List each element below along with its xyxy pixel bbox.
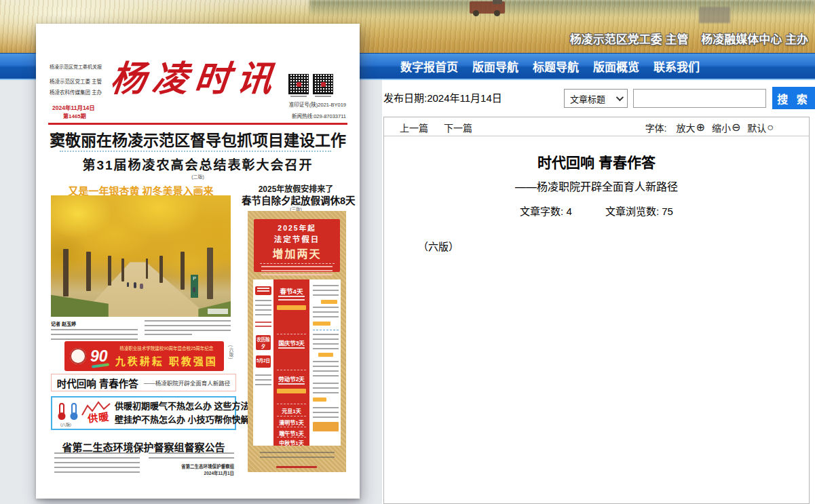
holiday-item: 元旦1天 (273, 407, 309, 414)
text-lines (261, 266, 333, 277)
infographic-head-1: 2025年起 (254, 222, 340, 233)
strip-separator (277, 370, 306, 370)
heating-tag: 供暖 (87, 408, 110, 425)
pedestrian (193, 287, 195, 292)
harvester-silhouette (470, 1, 505, 14)
highlight-chip (321, 300, 337, 304)
article-title: 时代回响 青春作答 (384, 151, 809, 172)
pedestrian (140, 284, 143, 289)
font-zoom-in-button[interactable]: 放大 ⊕ (677, 121, 705, 134)
notice-sign-org: 省第二生态环境保护督察组 (149, 463, 234, 470)
font-zoom-out-button[interactable]: 缩小 ⊖ (712, 121, 740, 134)
caption-column-2 (145, 320, 231, 343)
holiday-item: 中秋节1天 (273, 439, 309, 446)
nav-item-page-overview[interactable]: 版面概览 (593, 58, 639, 75)
text-lines (51, 329, 138, 343)
holiday-item: 春节4天 (273, 286, 309, 296)
college-seal-icon (70, 348, 86, 364)
caption-column-1: 记者 赵玉婷 (51, 320, 138, 343)
thermometer-hot-icon (59, 403, 64, 415)
organizer-credit: 杨凌融媒体中心 主办 (701, 33, 808, 46)
new-year-eve-badge: 农历除夕 (256, 335, 271, 350)
font-zoom-out-label: 缩小 (712, 121, 731, 134)
parking-sign: P (191, 275, 198, 298)
infographic-calendar-panel: 农历除夕 5月2日 春节4天 国庆节3天 劳动节2天 元旦1天 (253, 279, 341, 446)
lead-headline: 窦敬丽在杨凌示范区督导包抓项目建设工作 (48, 128, 347, 151)
feature-title: 时代回响 青春作答 (57, 376, 138, 390)
tree-trunk (86, 252, 91, 291)
next-article-link[interactable]: 下一篇 (444, 121, 472, 134)
text-lines (260, 452, 335, 461)
article-stats: 文章字数: 4 文章浏览数: 75 (384, 203, 809, 218)
search-button[interactable]: 搜 索 (772, 87, 815, 109)
text-lines (255, 322, 271, 330)
font-reset-label: 默认 (747, 121, 766, 134)
text-lines (278, 347, 305, 351)
qr-caption-lines (290, 96, 307, 98)
masthead-divider-rule (48, 123, 347, 125)
pedestrian (134, 282, 136, 288)
nav-item-home[interactable]: 数字报首页 (400, 58, 458, 75)
infographic-header-box: 2025年起 法定节假日 增加两天 (254, 219, 340, 272)
text-lines (313, 307, 339, 320)
farm-building-silhouette (699, 7, 730, 23)
font-size-controls: 字体: 放大 ⊕ 缩小 ⊖ 默认 ○ (645, 121, 774, 134)
caption-reporter-lead: 记者 赵玉婷 (51, 322, 76, 326)
dotted-separator (60, 151, 331, 152)
strip-separator (277, 404, 306, 404)
mini-red-chip (255, 286, 271, 295)
strip-separator (277, 437, 306, 438)
anniversary-text: 杨凌职业技术学院建校90周年暨合校25周年纪念 九秩耕耘 职教强国 (115, 345, 219, 368)
holiday-list-strip: 春节4天 国庆节3天 劳动节2天 元旦1天 清明节1天 端午节1天 (273, 279, 309, 446)
text-lines (255, 374, 271, 388)
text-lines (145, 320, 231, 334)
holiday-news-subtitle: 春节自除夕起放假调休8天 (242, 193, 350, 207)
tree-trunk (108, 256, 111, 286)
tree-trunk (181, 252, 185, 290)
paper-date: 2024年11月14日 (52, 103, 95, 111)
font-label: 字体: (645, 121, 667, 134)
inspection-notice-body: 省第二生态环境保护督察组 2024年11月1日 (54, 452, 234, 478)
notice-sign-date: 2024年11月1日 (149, 470, 234, 477)
nav-item-page-nav[interactable]: 版面导航 (472, 58, 518, 75)
blue-dashed-divider (313, 330, 339, 330)
holiday-item: 国庆节3天 (273, 338, 309, 347)
heating-graphic: 供暖 (八版) (52, 398, 115, 429)
text-lines (313, 383, 339, 396)
word-count-label: 文章字数: (520, 206, 563, 217)
strip-separator (277, 416, 306, 416)
article-subtitle: ——杨凌职院开辟全面育人新路径 (384, 178, 809, 194)
font-reset-button[interactable]: 默认 ○ (747, 121, 774, 134)
tree-trunk (159, 256, 163, 283)
infographic-head-3: 增加两天 (254, 245, 340, 261)
banner-credit-text: 杨凌示范区党工委 主管 杨凌融媒体中心 主办 (561, 30, 808, 47)
word-count-value: 4 (566, 206, 571, 217)
tree-trunk (146, 258, 148, 279)
highlight-chip (277, 389, 306, 393)
anniversary-page-ref: (六版) (227, 345, 234, 360)
search-input[interactable] (633, 89, 766, 108)
prev-article-link[interactable]: 上一篇 (400, 121, 428, 134)
text-lines (313, 407, 339, 419)
search-category-value: 文章标题 (570, 92, 605, 105)
chevron-down-icon (616, 94, 624, 101)
newspaper-front-page-preview[interactable]: 杨凌示范区党工委机关报 杨凌示范区党工委 主管 杨凌农科传媒集团 主办 2024… (36, 24, 360, 499)
text-lines (255, 300, 271, 317)
font-zoom-in-label: 放大 (677, 121, 696, 134)
article-page-note: （六版） (418, 239, 809, 253)
nav-item-headline-nav[interactable]: 标题导航 (533, 58, 579, 75)
highlight-chip (313, 322, 330, 326)
second-headline: 第31届杨凌农高会总结表彰大会召开 (48, 155, 347, 173)
search-category-select[interactable]: 文章标题 (564, 89, 628, 108)
nav-item-contact[interactable]: 联系我们 (653, 58, 700, 75)
ginkgo-alley-photo: P (51, 195, 231, 317)
holiday-item: 清明节1天 (273, 419, 309, 426)
qr-code-2 (313, 74, 333, 94)
highlight-chip (277, 305, 306, 310)
holiday-infographic: 2025年起 法定节假日 增加两天 农历除夕 5月2日 春节4天 (248, 211, 346, 472)
pedestrian (127, 282, 129, 287)
org-line-1: 杨凌示范区党工委机关报 (50, 64, 102, 69)
print-license-number: 准印证号(陕)2021-BY019 (270, 100, 346, 108)
highlight-chip (313, 398, 326, 402)
second-headline-page-ref: (二版) (48, 173, 347, 180)
